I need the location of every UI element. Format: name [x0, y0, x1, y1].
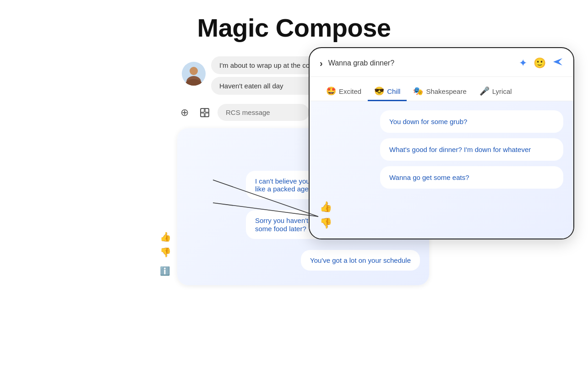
- right-top-bar: › Wanna grab dinner? ✦ 🙂: [310, 48, 573, 77]
- emoji-picker-icon[interactable]: 🙂: [534, 57, 546, 69]
- magic-star-icon[interactable]: ✦: [519, 57, 527, 69]
- tab-shakespeare[interactable]: 🎭 Shakespeare: [407, 82, 473, 101]
- shakespeare-emoji: 🎭: [413, 86, 423, 96]
- svg-point-1: [190, 67, 198, 75]
- tab-excited[interactable]: 🤩 Excited: [320, 82, 368, 101]
- tab-chill-label: Chill: [387, 87, 400, 95]
- tab-lyrical[interactable]: 🎤 Lyrical: [473, 82, 518, 101]
- thumbs-up-icon[interactable]: 👍: [160, 231, 171, 242]
- content-area: I'm about to wrap up at the conference H…: [0, 47, 588, 366]
- right-suggestion-2[interactable]: What's good for dinner? I'm down for wha…: [380, 138, 563, 161]
- chill-emoji: 😎: [374, 86, 384, 96]
- avatar: [182, 62, 206, 86]
- back-chevron[interactable]: ›: [320, 58, 323, 69]
- add-icon[interactable]: ⊕: [177, 105, 192, 120]
- send-icon[interactable]: [552, 56, 563, 70]
- tab-chill[interactable]: 😎 Chill: [368, 82, 407, 101]
- right-action-icons: ✦ 🙂: [519, 56, 563, 70]
- page-title: Magic Compose: [0, 0, 588, 43]
- tab-excited-label: Excited: [339, 87, 361, 95]
- message-input[interactable]: RCS message: [218, 104, 309, 121]
- right-rating-icons: 👍 👎: [320, 201, 332, 229]
- attach-icon[interactable]: [197, 105, 212, 120]
- excited-emoji: 🤩: [326, 86, 336, 96]
- thumbs-down-icon[interactable]: 👎: [160, 247, 171, 258]
- style-tabs: 🤩 Excited 😎 Chill 🎭 Shakespeare 🎤 Lyrica…: [310, 77, 573, 101]
- thumbs-up-icon-right[interactable]: 👍: [320, 201, 332, 213]
- right-suggestions-area: 👍 👎 You down for some grub? What's good …: [310, 101, 573, 239]
- tab-lyrical-label: Lyrical: [492, 87, 512, 95]
- right-suggestion-1[interactable]: You down for some grub?: [380, 110, 563, 133]
- thumbs-down-icon-right[interactable]: 👎: [320, 217, 332, 229]
- right-panel: › Wanna grab dinner? ✦ 🙂 🤩 Excited 😎 Ch: [309, 47, 574, 239]
- info-icon[interactable]: ℹ️: [160, 266, 170, 276]
- left-suggestion-4[interactable]: You've got a lot on your schedule: [301, 250, 420, 271]
- tab-shakespeare-label: Shakespeare: [426, 87, 466, 95]
- right-suggestion-3[interactable]: Wanna go get some eats?: [380, 166, 563, 189]
- svg-rect-4: [201, 109, 209, 117]
- lyrical-emoji: 🎤: [479, 86, 490, 96]
- left-rating-icons: 👍 👎: [160, 231, 171, 258]
- right-message-input[interactable]: Wanna grab dinner?: [328, 59, 513, 67]
